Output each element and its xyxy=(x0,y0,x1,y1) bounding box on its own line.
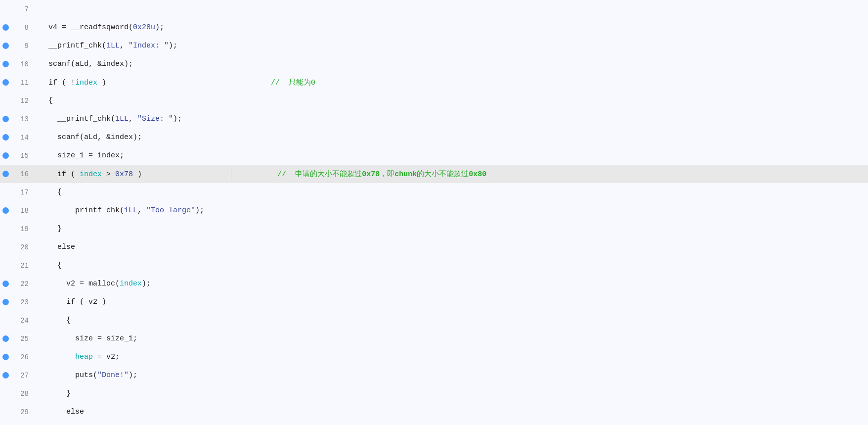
line-number-17: 17 xyxy=(11,189,36,196)
breakpoint-18 xyxy=(0,207,11,214)
bp-dot-11 xyxy=(2,79,9,86)
line-number-13: 13 xyxy=(11,115,36,123)
code-text-13: __printf_chk(1LL, "Size: "); xyxy=(36,115,868,123)
code-text-15: size_1 = index; xyxy=(36,151,868,160)
line-number-28: 28 xyxy=(11,390,36,398)
code-line-15: 15 size_1 = index; xyxy=(0,146,868,165)
bp-dot-13 xyxy=(2,116,9,122)
code-text-27: puts("Done!"); xyxy=(36,371,868,379)
code-line-29: 29 else xyxy=(0,403,868,421)
code-line-23: 23 if ( v2 ) xyxy=(0,293,868,311)
code-line-22: 22 v2 = malloc(index); xyxy=(0,275,868,293)
line-number-16: 16 xyxy=(11,170,36,178)
code-line-17: 17 { xyxy=(0,183,868,201)
line-number-14: 14 xyxy=(11,134,36,142)
breakpoint-8 xyxy=(0,24,11,31)
bp-dot-23 xyxy=(2,299,9,305)
code-line-24: 24 { xyxy=(0,311,868,330)
bp-dot-27 xyxy=(2,372,9,378)
code-line-13: 13 __printf_chk(1LL, "Size: "); xyxy=(0,110,868,128)
breakpoint-26 xyxy=(0,354,11,360)
code-line-16: 16 if ( index > 0x78 ) // 申请的大小不能超过0x78，… xyxy=(0,165,868,183)
code-text-23: if ( v2 ) xyxy=(36,298,868,306)
code-line-9: 9 __printf_chk(1LL, "Index: "); xyxy=(0,37,868,55)
code-text-18: __printf_chk(1LL, "Too large"); xyxy=(36,206,868,215)
breakpoint-13 xyxy=(0,116,11,122)
code-line-19: 19 } xyxy=(0,220,868,238)
code-line-26: 26 heap = v2; xyxy=(0,348,868,366)
line-number-18: 18 xyxy=(11,207,36,215)
breakpoint-22 xyxy=(0,281,11,287)
code-text-17: { xyxy=(36,188,868,196)
line-number-29: 29 xyxy=(11,408,36,416)
line-number-8: 8 xyxy=(11,24,36,32)
comment-11: // 只能为0 xyxy=(271,79,315,87)
code-text-24: { xyxy=(36,316,868,325)
line-number-11: 11 xyxy=(11,79,36,87)
code-line-10: 10 scanf(aLd, &index); xyxy=(0,55,868,73)
line-number-19: 19 xyxy=(11,225,36,233)
line-number-25: 25 xyxy=(11,335,36,343)
bp-dot-22 xyxy=(2,281,9,287)
code-line-14: 14 scanf(aLd, &index); xyxy=(0,128,868,146)
code-line-8: 8 v4 = __readfsqword(0x28u); xyxy=(0,18,868,37)
line-number-20: 20 xyxy=(11,243,36,251)
breakpoint-16 xyxy=(0,171,11,177)
line-number-21: 21 xyxy=(11,262,36,270)
bp-dot-14 xyxy=(2,134,9,141)
code-line-21: 21 { xyxy=(0,256,868,275)
bp-dot-25 xyxy=(2,335,9,342)
breakpoint-14 xyxy=(0,134,11,141)
bp-dot-26 xyxy=(2,354,9,360)
line-number-9: 9 xyxy=(11,42,36,50)
line-number-15: 15 xyxy=(11,152,36,160)
code-line-12: 12 { xyxy=(0,92,868,110)
breakpoint-25 xyxy=(0,335,11,342)
bp-dot-10 xyxy=(2,61,9,67)
code-text-21: { xyxy=(36,261,868,270)
breakpoint-15 xyxy=(0,152,11,159)
code-line-20: 20 else xyxy=(0,238,868,256)
code-text-11: if ( !index ) // 只能为0 xyxy=(36,78,868,87)
code-text-22: v2 = malloc(index); xyxy=(36,280,868,288)
code-text-26: heap = v2; xyxy=(36,353,868,361)
line-number-22: 22 xyxy=(11,280,36,288)
code-text-8: v4 = __readfsqword(0x28u); xyxy=(36,23,868,32)
code-text-12: { xyxy=(36,96,868,105)
code-text-28: } xyxy=(36,389,868,398)
breakpoint-27 xyxy=(0,372,11,378)
code-text-9: __printf_chk(1LL, "Index: "); xyxy=(36,42,868,50)
code-line-27: 27 puts("Done!"); xyxy=(0,366,868,384)
code-text-10: scanf(aLd, &index); xyxy=(36,60,868,68)
line-number-12: 12 xyxy=(11,97,36,105)
line-number-23: 23 xyxy=(11,298,36,306)
line-number-27: 27 xyxy=(11,372,36,379)
bp-dot-8 xyxy=(2,24,9,31)
code-text-20: else xyxy=(36,243,868,251)
code-line-28: 28 } xyxy=(0,384,868,403)
code-container: 7 8 v4 = __readfsqword(0x28u); 9 __print… xyxy=(0,0,868,425)
breakpoint-11 xyxy=(0,79,11,86)
comment-16: // 申请的大小不能超过0x78，即chunk的大小不能超过0x80 xyxy=(277,170,486,179)
code-line-18: 18 __printf_chk(1LL, "Too large"); xyxy=(0,201,868,220)
code-line-7: 7 xyxy=(0,0,868,18)
code-line-25: 25 size = size_1; xyxy=(0,330,868,348)
breakpoint-23 xyxy=(0,299,11,305)
line-number-24: 24 xyxy=(11,317,36,325)
bp-dot-16 xyxy=(2,171,9,177)
code-text-19: } xyxy=(36,225,868,233)
bp-dot-9 xyxy=(2,43,9,49)
code-text-16: if ( index > 0x78 ) // 申请的大小不能超过0x78，即ch… xyxy=(36,169,868,179)
code-text-25: size = size_1; xyxy=(36,334,868,343)
bp-dot-15 xyxy=(2,152,9,159)
breakpoint-10 xyxy=(0,61,11,67)
breakpoint-9 xyxy=(0,43,11,49)
code-line-30: 30 { xyxy=(0,421,868,425)
code-text-29: else xyxy=(36,408,868,416)
bp-dot-18 xyxy=(2,207,9,214)
line-number-26: 26 xyxy=(11,353,36,361)
line-number-7: 7 xyxy=(11,5,36,13)
code-text-14: scanf(aLd, &index); xyxy=(36,133,868,142)
code-line-11: 11 if ( !index ) // 只能为0 xyxy=(0,73,868,92)
line-number-10: 10 xyxy=(11,60,36,68)
